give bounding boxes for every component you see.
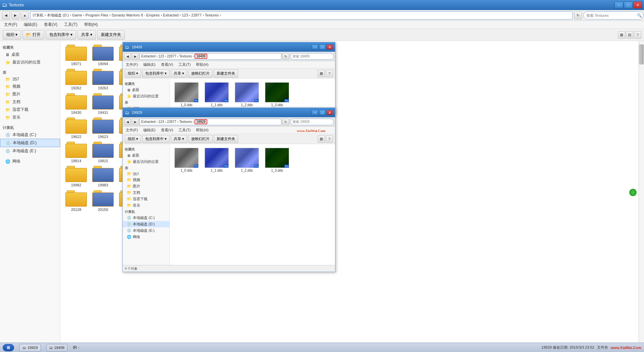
forward-button[interactable]: ▶ (11, 11, 19, 19)
menu-edit[interactable]: 编辑(E) (22, 21, 39, 28)
sidebar-item-drive-c[interactable]: 💿 本地磁盘 (C:) (0, 131, 60, 139)
float-breadcrumb-19929[interactable]: Extracted › 123 › 22877 › Textures › 199… (140, 119, 281, 125)
float-sidebar-recent-18409[interactable]: ⭐ 最近访问的位置 (123, 93, 169, 99)
folder-19431[interactable]: 19431 (90, 92, 116, 116)
sidebar-item-recent[interactable]: ⭐ 最近访问的位置 (0, 58, 60, 66)
folder-19430[interactable]: 19430 (63, 92, 89, 116)
float-organize-18409[interactable]: 组织 ▾ (125, 70, 141, 78)
close-button[interactable]: ✕ (633, 2, 642, 8)
float-menu-file-18409[interactable]: 文件(F) (125, 62, 139, 68)
float-menu-tools-19929[interactable]: 工具(T) (177, 127, 192, 133)
float-include-18409[interactable]: 包含到库中 ▾ (142, 70, 170, 78)
minimize-button[interactable]: ─ (614, 2, 623, 8)
start-button[interactable]: ⊞ (3, 344, 14, 351)
float-forward-19929[interactable]: ▶ (132, 119, 139, 125)
float-menu-edit-18409[interactable]: 编辑(E) (142, 62, 157, 68)
sidebar-item-network[interactable]: 🌐 网络 (0, 158, 60, 165)
dds-file-11-18409[interactable]: Ps 1_1.dds (203, 81, 231, 108)
float-sidebar-pic-19929[interactable]: 📁 图片 (123, 183, 169, 189)
sidebar-item-desktop[interactable]: 🖥 桌面 (0, 51, 60, 58)
float-menu-edit-19929[interactable]: 编辑(E) (142, 127, 157, 133)
folder-20150[interactable]: 20150 (90, 189, 116, 213)
float-slideshow-19929[interactable]: 放映幻灯片 (188, 135, 213, 143)
folder-19982[interactable]: 19982 (63, 165, 89, 188)
float-search-18409[interactable] (290, 53, 334, 60)
folder-19094[interactable]: 19094 (90, 44, 116, 67)
float-organize-19929[interactable]: 组织 ▾ (125, 135, 141, 143)
menu-view[interactable]: 查看(V) (43, 21, 59, 28)
float-include-19929[interactable]: 包含到库中 ▾ (142, 135, 170, 143)
float-close-19929[interactable]: ✕ (326, 110, 333, 115)
maximize-button[interactable]: □ (624, 2, 633, 8)
new-folder-button[interactable]: 新建文件夹 (97, 30, 125, 40)
menu-file[interactable]: 文件(F) (3, 21, 18, 28)
float-menu-help-18409[interactable]: 帮助(H) (195, 62, 209, 68)
float-back-18409[interactable]: ◀ (124, 53, 131, 60)
share-button[interactable]: 共享 ▾ (77, 30, 96, 40)
folder-19814[interactable]: 19814 (63, 141, 89, 164)
float-sidebar-video-19929[interactable]: 📁 视频 (123, 177, 169, 183)
float-newfolder-18409[interactable]: 新建文件夹 (214, 70, 238, 78)
sidebar-item-docs[interactable]: 📁 文档 (0, 98, 60, 106)
dds-file-10-19929[interactable]: Ps 1_0.dds (172, 147, 201, 173)
float-view-btn-19929[interactable]: ▦ (318, 135, 325, 143)
sidebar-item-music[interactable]: 📁 音乐 (0, 114, 60, 121)
folder-19983[interactable]: 19983 (90, 165, 116, 188)
float-title-bar-19929[interactable]: 🗂 19929 ─ □ ✕ (123, 108, 335, 117)
float-sidebar-music-19929[interactable]: 📁 音乐 (123, 202, 169, 209)
back-button[interactable]: ◀ (2, 11, 10, 19)
float-close-18409[interactable]: ✕ (326, 44, 333, 50)
help-button[interactable]: ? (634, 31, 641, 39)
float-menu-help-19929[interactable]: 帮助(H) (195, 127, 209, 133)
menu-help[interactable]: 帮助(H) (83, 21, 99, 28)
float-sidebar-desktop-19929[interactable]: 🖥 桌面 (123, 152, 169, 159)
float-forward-18409[interactable]: ▶ (132, 53, 139, 60)
dds-file-11-19929[interactable]: Ps 1_1.dds (203, 147, 231, 173)
float-menu-file-19929[interactable]: 文件(F) (125, 127, 139, 133)
folder-19262[interactable]: 19262 (63, 68, 89, 91)
folder-19815[interactable]: 19815 (90, 141, 116, 164)
float-refresh-19929[interactable]: ↻ (282, 119, 289, 125)
dds-file-12-19929[interactable]: Ps 1_2.dds (233, 147, 261, 173)
float-sidebar-d-19929[interactable]: 💿 本地磁盘 (D:) (123, 221, 169, 227)
main-scrollbar-thumb[interactable] (639, 44, 644, 64)
float-help-btn-18409[interactable]: ? (326, 70, 333, 77)
float-refresh-18409[interactable]: ↻ (282, 53, 289, 60)
open-button[interactable]: 📂 打开 (22, 30, 44, 40)
float-sidebar-doc-19929[interactable]: 📁 文档 (123, 189, 169, 196)
online-badge[interactable] (629, 188, 637, 197)
float-view-btn-18409[interactable]: ▦ (318, 70, 325, 77)
folder-20128[interactable]: 20128 (63, 189, 89, 213)
menu-tools[interactable]: 工具(T) (63, 21, 78, 28)
float-share-19929[interactable]: 共享 ▾ (171, 135, 187, 143)
float-title-bar-18409[interactable]: 🗂 18409 ─ □ ✕ (123, 42, 335, 52)
float-sidebar-thunder-19929[interactable]: 📁 迅雷下载 (123, 196, 169, 202)
float-sidebar-357-19929[interactable]: 📁 357 (123, 171, 169, 177)
sidebar-item-video[interactable]: 📁 视频 (0, 83, 60, 90)
address-breadcrumb[interactable]: 计算机 › 本地磁盘 (D:) › Game › Program Files ›… (30, 11, 573, 19)
taskbar-item-19929[interactable]: 🗂 19929 (19, 344, 41, 351)
float-menu-view-19929[interactable]: 查看(V) (160, 127, 174, 133)
dds-file-13-18409[interactable]: Ps 1_3.dds (263, 81, 291, 108)
folder-19263[interactable]: 19263 (90, 68, 116, 91)
refresh-button[interactable]: ↻ (574, 11, 582, 19)
sidebar-item-pictures[interactable]: 📁 图片 (0, 90, 60, 98)
float-minimize-19929[interactable]: ─ (312, 110, 318, 115)
float-sidebar-e-19929[interactable]: 💿 本地磁盘 (E:) (123, 227, 169, 234)
view-change-button[interactable]: ▦ (618, 31, 625, 39)
float-breadcrumb-18409[interactable]: Extracted › 123 › 22877 › Textures › 184… (140, 53, 281, 60)
float-newfolder-19929[interactable]: 新建文件夹 (214, 135, 238, 143)
main-search-input[interactable] (583, 11, 644, 19)
float-menu-view-18409[interactable]: 查看(V) (160, 62, 174, 68)
float-maximize-19929[interactable]: □ (319, 110, 326, 115)
taskbar-item-18409[interactable]: 🗂 18409 (46, 344, 68, 351)
up-button[interactable]: ▲ (21, 11, 29, 19)
include-library-button[interactable]: 包含到库中 ▾ (46, 30, 76, 40)
view-details-button[interactable]: ▤ (626, 31, 633, 39)
dds-file-10-18409[interactable]: Ps 1_0.dds (172, 81, 201, 108)
float-sidebar-recent-19929[interactable]: ⭐ 最近访问的位置 (123, 159, 169, 165)
dds-file-13-19929[interactable]: Ps 1_3.dds (263, 147, 291, 173)
dds-file-12-18409[interactable]: Ps 1_2.dds (233, 81, 261, 108)
sidebar-item-drive-d[interactable]: 💿 本地磁盘 (D:) (0, 139, 60, 147)
float-slideshow-18409[interactable]: 放映幻灯片 (188, 70, 213, 78)
